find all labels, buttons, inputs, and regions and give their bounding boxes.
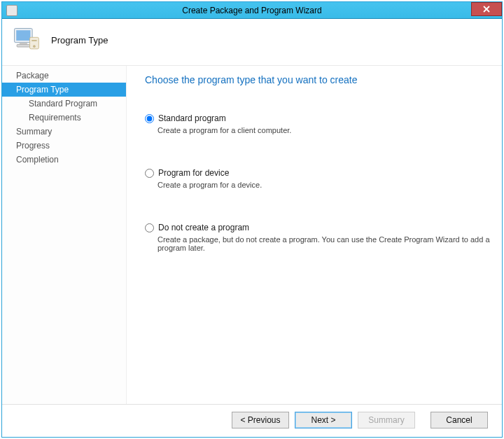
radio-input[interactable] (145, 169, 154, 178)
wizard-window: Create Package and Program Wizard Progra… (1, 1, 503, 438)
wizard-content: Choose the program type that you want to… (127, 66, 502, 404)
option-description: Create a package, but do not create a pr… (158, 235, 493, 252)
wizard-footer: < Previous Next > Summary Cancel (2, 404, 502, 437)
app-icon (6, 5, 18, 16)
option-do-not-create-a-program: Do not create a programCreate a package,… (145, 223, 493, 252)
option-description: Create a program for a client computer. (158, 126, 493, 134)
window-title: Create Package and Program Wizard (2, 6, 502, 15)
nav-item-progress[interactable]: Progress (2, 139, 126, 153)
option-radio-row[interactable]: Standard program (145, 113, 493, 123)
option-radio-row[interactable]: Do not create a program (145, 223, 493, 232)
radio-input[interactable] (145, 114, 154, 123)
option-radio-row[interactable]: Program for device (145, 168, 493, 178)
wizard-nav: PackageProgram TypeStandard ProgramRequi… (2, 66, 127, 404)
nav-item-requirements[interactable]: Requirements (2, 111, 126, 125)
wizard-body: PackageProgram TypeStandard ProgramRequi… (2, 66, 502, 404)
cancel-button[interactable]: Cancel (430, 412, 488, 428)
options-group: Standard programCreate a program for a c… (145, 113, 493, 252)
option-label: Do not create a program (158, 223, 249, 232)
nav-item-package[interactable]: Package (2, 69, 126, 83)
header-title: Program Type (51, 35, 108, 46)
option-standard-program: Standard programCreate a program for a c… (145, 113, 493, 134)
nav-item-program-type[interactable]: Program Type (2, 83, 126, 97)
svg-rect-3 (16, 30, 30, 41)
svg-rect-8 (31, 40, 36, 41)
close-icon (483, 6, 490, 13)
summary-button: Summary (358, 412, 415, 428)
wizard-header: Program Type (2, 19, 502, 66)
close-button[interactable] (471, 2, 502, 16)
nav-item-summary[interactable]: Summary (2, 125, 126, 139)
svg-point-7 (33, 45, 36, 48)
computer-icon (10, 25, 41, 55)
nav-item-completion[interactable]: Completion (2, 153, 126, 167)
option-label: Program for device (158, 168, 229, 178)
nav-item-standard-program[interactable]: Standard Program (2, 97, 126, 111)
svg-rect-5 (17, 44, 29, 47)
content-heading: Choose the program type that you want to… (145, 74, 493, 85)
option-description: Create a program for a device. (158, 181, 493, 189)
option-program-for-device: Program for deviceCreate a program for a… (145, 168, 493, 189)
previous-button[interactable]: < Previous (232, 412, 289, 428)
titlebar: Create Package and Program Wizard (2, 2, 502, 19)
radio-input[interactable] (145, 223, 154, 232)
next-button[interactable]: Next > (295, 412, 352, 428)
option-label: Standard program (158, 113, 226, 123)
